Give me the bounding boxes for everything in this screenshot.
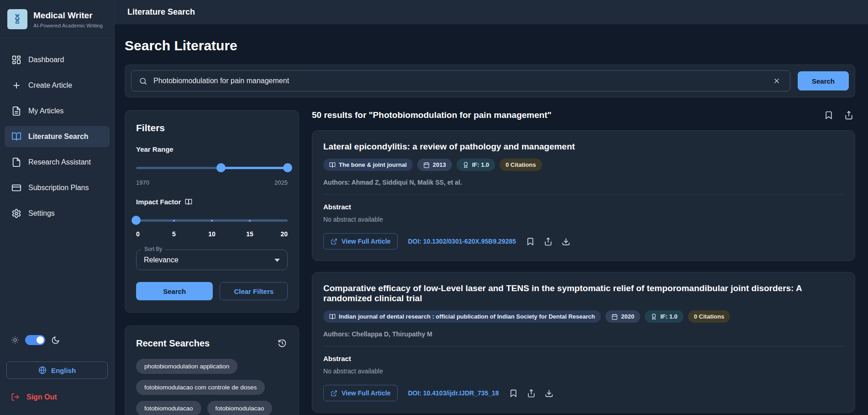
dark-mode-toggle[interactable] [25, 335, 45, 345]
recent-search-chip[interactable]: fotobiomodulacao [136, 401, 201, 415]
slider-tick [173, 220, 175, 222]
history-button[interactable] [277, 338, 288, 349]
app-window: Medical Writer AI-Powered Academic Writi… [0, 0, 868, 415]
sidebar-item-label: Literature Search [28, 133, 89, 141]
filters-title: Filters [136, 122, 288, 133]
sun-icon [11, 336, 19, 344]
download-article-button[interactable] [545, 389, 553, 398]
view-full-article-button[interactable]: View Full Article [323, 385, 398, 401]
sidebar-item-label: Create Article [28, 81, 72, 90]
content: Search Literature Search Filters [115, 24, 868, 415]
sidebar-item-label: Subscription Plans [28, 184, 89, 192]
clear-filters-button[interactable]: Clear Filters [220, 282, 288, 300]
year-range-min-thumb[interactable] [216, 163, 226, 172]
recent-search-chips: photobiomodulation application fotobiomo… [136, 359, 288, 415]
app-title: Medical Writer [33, 11, 103, 21]
clear-search-button[interactable] [771, 75, 783, 87]
filter-buttons: Search Clear Filters [136, 282, 288, 300]
slider-tick [249, 220, 251, 222]
search-input[interactable] [153, 77, 765, 85]
abstract-label: Abstract [323, 355, 844, 362]
sidebar-item-literature-search[interactable]: Literature Search [5, 126, 110, 147]
recent-searches-panel: Recent Searches photobiomodulation appli… [125, 325, 299, 415]
journal-badge: The bone & joint journal [323, 159, 413, 171]
recent-search-chip[interactable]: photobiomodulation application [136, 359, 237, 374]
language-label: English [51, 367, 76, 374]
log-out-icon [11, 393, 20, 401]
doi-link[interactable]: DOI: 10.1302/0301-620X.95B9.29285 [408, 238, 516, 245]
tick-label: 15 [246, 230, 253, 238]
impact-factor-label: Impact Factor [136, 198, 288, 206]
dna-logo-icon [11, 12, 24, 26]
sidebar-item-label: Research Assistant [28, 158, 91, 166]
search-button[interactable]: Search [798, 71, 849, 90]
bookmark-all-button[interactable] [824, 111, 833, 120]
bookmark-icon [824, 111, 833, 120]
sidebar-item-create-article[interactable]: Create Article [5, 75, 110, 96]
columns: Filters Year Range 1970 2025 [125, 110, 855, 415]
recent-search-chip[interactable]: fotobiomodulacao [207, 401, 273, 415]
year-max-label: 2025 [274, 179, 288, 186]
page-title: Search Literature [125, 38, 855, 53]
slider-active-track [221, 167, 288, 169]
main-area: Literature Search Search Literature Sear… [115, 0, 868, 415]
history-icon [278, 339, 287, 348]
tick-label: 5 [172, 230, 176, 238]
year-range-max-thumb[interactable] [283, 163, 292, 172]
external-link-icon [331, 238, 337, 245]
impact-factor-badge: IF: 1.0 [457, 159, 495, 171]
sidebar-item-label: Settings [28, 209, 55, 218]
gear-icon [11, 208, 21, 218]
share-icon [844, 111, 853, 120]
share-article-button[interactable] [527, 389, 536, 398]
results-count-text: 50 results for "Photobiomodulation for p… [312, 110, 552, 120]
sign-out-button[interactable]: Sign Out [0, 393, 114, 415]
topbar: Literature Search [115, 0, 868, 24]
sort-by-select[interactable]: Sort By Relevance [136, 250, 288, 270]
view-full-article-label: View Full Article [342, 389, 390, 397]
impact-factor-value: IF: 1.0 [660, 313, 678, 320]
calendar-icon [423, 162, 430, 168]
tick-label: 20 [280, 230, 288, 238]
award-icon [463, 162, 469, 168]
year-range-slider[interactable] [136, 163, 288, 172]
impact-factor-slider[interactable] [136, 216, 288, 225]
recent-search-chip[interactable]: fotobiomodulacao com controle de doses [136, 380, 265, 395]
bookmark-icon [509, 389, 518, 398]
citations-badge: 0 Citations [688, 310, 730, 323]
close-icon [773, 77, 781, 85]
export-results-button[interactable] [844, 111, 853, 120]
impact-factor-thumb[interactable] [132, 216, 141, 225]
external-link-icon [331, 390, 337, 397]
sign-out-label: Sign Out [26, 393, 57, 401]
results-column: 50 results for "Photobiomodulation for p… [312, 110, 855, 415]
impact-factor-tick-labels: 0 5 10 15 20 [136, 230, 288, 239]
sidebar-item-my-articles[interactable]: My Articles [5, 101, 110, 122]
sort-by-value: Relevance [144, 256, 179, 264]
download-article-button[interactable] [562, 237, 570, 246]
bookmark-article-button[interactable] [509, 389, 518, 398]
app-logo [7, 9, 27, 29]
tick-label: 10 [208, 230, 216, 238]
search-box [131, 70, 790, 91]
sidebar-item-dashboard[interactable]: Dashboard [5, 49, 110, 70]
share-article-button[interactable] [544, 237, 552, 246]
view-full-article-button[interactable]: View Full Article [323, 233, 398, 250]
bookmark-article-button[interactable] [526, 237, 535, 246]
article-title: Comparative efficacy of low-Level laser … [323, 283, 844, 303]
sidebar-item-subscription-plans[interactable]: Subscription Plans [5, 177, 110, 198]
doi-link[interactable]: DOI: 10.4103/ijdr.IJDR_735_18 [408, 389, 499, 397]
apply-filters-search-button[interactable]: Search [136, 282, 213, 300]
credit-card-icon [11, 183, 21, 193]
recent-searches-title: Recent Searches [136, 338, 210, 349]
filters-panel: Filters Year Range 1970 2025 [125, 110, 299, 313]
article-title: Lateral epicondylitis: a review of patho… [323, 142, 844, 152]
globe-icon [38, 366, 47, 374]
sidebar-item-research-assistant[interactable]: Research Assistant [5, 152, 110, 173]
language-button[interactable]: English [6, 362, 108, 379]
result-card: Lateral epicondylitis: a review of patho… [312, 130, 855, 261]
sidebar-item-settings[interactable]: Settings [5, 203, 110, 224]
award-icon [651, 314, 657, 320]
book-open-icon [329, 314, 336, 320]
authors-line: Authors: Chellappa D, Thirupathy M [323, 330, 844, 346]
